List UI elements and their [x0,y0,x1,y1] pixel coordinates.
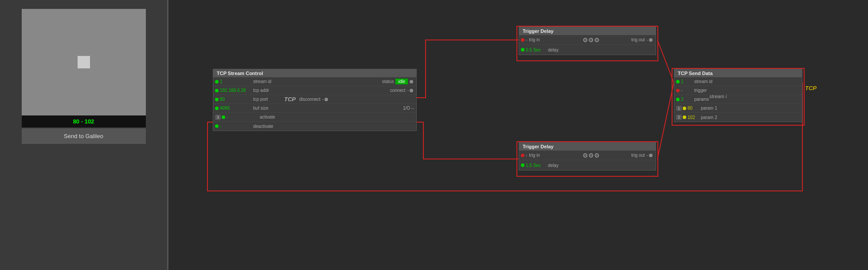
disconnect-label: disconnect [299,97,321,102]
gear-icon-bot3: ⚙ [594,152,600,159]
tcp-port-label: tcp port [253,97,284,102]
connect-out-dot [410,89,413,92]
trig-in-bot-dot [521,154,524,157]
deactivate-label: deactivate [253,124,274,129]
send-stream-id-value: 1 [681,79,694,84]
tcp-italic-label: TCP [284,96,296,103]
wire-connections [168,0,868,270]
trig-in-top-label: trig in [529,37,551,42]
trig-in-top-dash: - [526,37,527,42]
stream-id-value: 1 [220,79,253,84]
send-to-galileo-button[interactable]: Send to Galileo [22,128,146,144]
trigger-delay-top-node: Trigger Delay - trig in ⚙ ⚙ ⚙ trig out -… [519,27,656,55]
stream-i-label: stream i [709,94,727,99]
tcp-addr-value: 192.168.0.28 [220,88,253,93]
tcp-addr-label: tcp addr [253,88,284,93]
stream-id-label: stream id [253,79,284,84]
trigger-delay-bottom-title: Trigger Delay [519,143,656,151]
node-graph-panel: TCP Stream Control 1 stream id status id… [168,0,868,270]
gear-icon-top3: ⚙ [594,36,600,44]
send-param2-dot [683,115,686,119]
delay-top-label: delay [548,48,559,52]
buf-size-dot [215,107,219,110]
io-label: 1/O→ [403,106,414,111]
gear-icon-top2: ⚙ [588,36,594,44]
disconnect-value: - [322,97,324,102]
trig-out-top-dot [649,38,653,42]
send-params-dot [676,98,680,101]
tcp-port-dot [215,98,219,101]
send-param1-label: param 1 [701,106,717,111]
tcp-send-data-node: TCP Send Data 1 stream id TCP - trigger … [674,69,802,122]
tcp-send-data-title: TCP Send Data [674,69,802,77]
send-param1-dot [683,107,686,110]
gear-icon-bot2: ⚙ [588,152,594,159]
tcp-addr-dot [215,89,219,92]
delay-bot-label: delay [548,163,559,168]
trig-out-bot-label: trig out [631,153,645,158]
trig-out-top-dash: - [647,37,648,42]
activate-badge: 3 [215,115,221,120]
disconnect-out-dot [325,98,328,101]
trig-out-bot-dash: - [647,153,648,158]
buf-size-label: buf size [253,106,284,111]
trig-in-top-dot [521,38,524,42]
left-panel: 80 - 102 Send to Galileo [0,0,168,270]
send-trigger-value: - [681,88,694,93]
value-display: 80 - 102 [22,115,146,127]
send-params-value: 2 [681,97,694,102]
delay-bot-value: 1.5 Sec [526,163,548,168]
send-params-label: params [694,97,709,102]
buf-size-value: 4096 [220,106,253,111]
trig-out-top-label: trig out [631,37,645,42]
param2-badge: 2 [676,115,682,120]
deactivate-value: - [220,124,253,129]
gear-icon-top: ⚙ [583,36,588,44]
tcp-send-italic-label: TCP [805,85,817,91]
send-stream-id-dot [676,80,680,83]
svg-line-0 [657,40,674,83]
connect-label: connect [390,88,406,93]
tcp-stream-control-title: TCP Stream Control [213,69,416,77]
trig-in-bot-label: trig in [529,153,551,158]
svg-line-1 [657,83,674,159]
param1-badge: 1 [676,106,682,111]
send-param2-label: param 2 [701,115,717,120]
trigger-delay-bottom-node: Trigger Delay - trig in ⚙ ⚙ ⚙ trig out -… [519,142,656,171]
delay-top-value: 0.5 Sec [526,48,548,52]
activate-value: - [227,115,260,119]
trigger-delay-top-title: Trigger Delay [519,27,656,35]
gear-icon-bot: ⚙ [583,152,588,159]
tcp-port-value: 80 [220,97,253,102]
send-param2-value: 102 [688,115,701,120]
trig-in-bot-dash: - [526,153,527,158]
connect-value: - [407,88,409,93]
tcp-stream-control-node: TCP Stream Control 1 stream id status id… [213,69,417,131]
activate-dot [222,115,225,119]
status-label: status [382,79,394,84]
send-trigger-label: trigger [694,88,707,93]
send-param1-value: 80 [688,106,701,111]
preview-square [78,56,90,68]
deactivate-dot [215,124,219,128]
send-stream-id-label: stream id [694,79,800,84]
activate-label: activate [260,115,275,119]
trig-out-bot-dot [649,154,653,157]
send-trigger-dot [676,89,680,92]
stream-id-dot [215,80,219,83]
status-value: idle [395,79,408,84]
delay-top-dot [521,48,524,52]
status-out-dot [410,80,413,83]
delay-bot-dot [521,163,524,167]
preview-box [22,9,146,115]
